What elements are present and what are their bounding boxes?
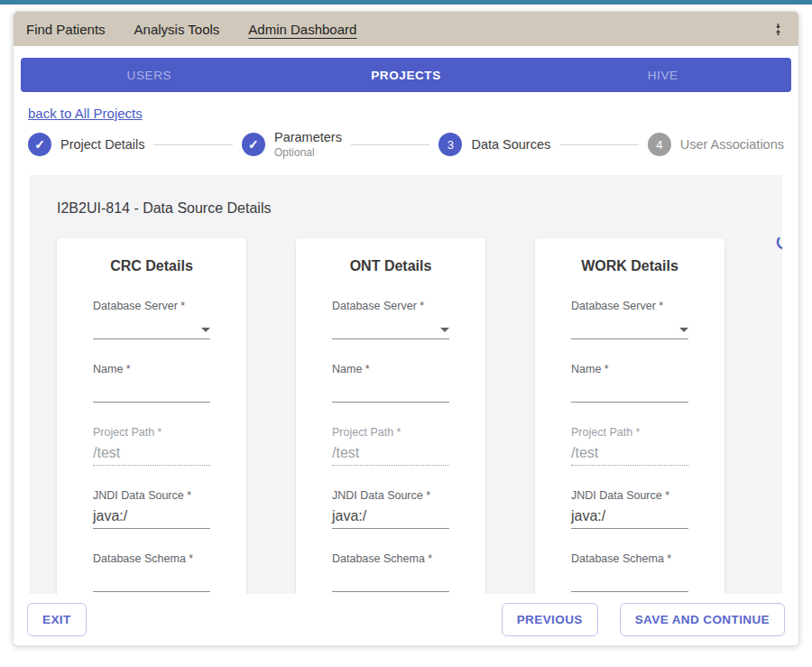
card-title: CRC Details [93, 258, 210, 274]
previous-button[interactable]: PREVIOUS [502, 603, 598, 636]
field-label: JNDI Data Source * [332, 489, 449, 502]
chevron-down-icon [201, 328, 210, 332]
step-sublabel: Optional [274, 146, 342, 159]
check-icon: ✓ [34, 138, 45, 151]
field-jndi-data-source: JNDI Data Source *java:/ [571, 489, 688, 529]
field-name: Name * [93, 363, 210, 403]
data-sources-panel: I2B2UI-814 - Data Source Details CRC Det… [30, 175, 782, 594]
step-text: ParametersOptional [274, 130, 342, 159]
nav-item-analysis-tools[interactable]: Analysis Tools [134, 22, 220, 37]
exit-button[interactable]: EXIT [27, 603, 87, 636]
tab-projects[interactable]: PROJECTS [278, 58, 535, 92]
field-label: Database Server * [571, 300, 688, 312]
field-label: JNDI Data Source * [571, 489, 688, 502]
field-label: Database Schema * [93, 552, 210, 565]
name-input[interactable] [332, 379, 449, 403]
top-accent-strip [0, 0, 812, 5]
field-database-schema: Database Schema * [332, 552, 449, 592]
refresh-icon[interactable]: ↺ [774, 231, 782, 255]
save-and-continue-button[interactable]: SAVE AND CONTINUE [620, 603, 785, 636]
field-value: /test [332, 445, 359, 461]
wizard-stepper: ✓Project Details✓ParametersOptional3Data… [28, 130, 784, 159]
card-title: WORK Details [571, 258, 688, 274]
card-ont-details: ONT DetailsDatabase Server *Name *Projec… [296, 238, 485, 594]
step-user-associations[interactable]: 4User Associations [648, 133, 784, 156]
card-crc-details: CRC DetailsDatabase Server *Name *Projec… [57, 238, 246, 594]
field-database-server: Database Server * [93, 300, 210, 339]
field-label: Project Path * [332, 426, 449, 439]
database-server-select[interactable] [93, 316, 210, 339]
tab-hive[interactable]: HIVE [534, 58, 791, 92]
details-cards-row: CRC DetailsDatabase Server *Name *Projec… [57, 238, 755, 594]
step-label: Project Details [60, 137, 144, 152]
field-project-path: Project Path */test [571, 426, 688, 466]
step-project-details[interactable]: ✓Project Details [28, 133, 144, 156]
field-value: /test [93, 445, 120, 461]
database-schema-input[interactable] [571, 569, 688, 592]
nav-item-admin-dashboard[interactable]: Admin Dashboard [248, 22, 356, 37]
card-work-details: WORK DetailsDatabase Server *Name *Proje… [535, 238, 724, 594]
field-value: java:/ [571, 508, 605, 524]
project-path-input: /test [93, 442, 210, 466]
step-text: Data Sources [471, 137, 550, 152]
footer-right-actions: PREVIOUS SAVE AND CONTINUE [502, 603, 785, 636]
step-number-circle: 3 [438, 133, 462, 156]
check-icon: ✓ [28, 133, 51, 156]
panel-title: I2B2UI-814 - Data Source Details [57, 200, 755, 217]
project-path-input: /test [571, 442, 688, 466]
jndi-data-source-input[interactable]: java:/ [332, 505, 449, 529]
field-label: Database Server * [332, 300, 449, 312]
database-server-select[interactable] [571, 316, 688, 339]
step-text: Project Details [60, 137, 144, 152]
step-connector [351, 144, 429, 145]
field-label: Name * [571, 363, 688, 375]
jndi-data-source-input[interactable]: java:/ [93, 505, 210, 529]
wizard-footer: EXIT PREVIOUS SAVE AND CONTINUE [14, 594, 798, 646]
field-label: Project Path * [93, 426, 210, 439]
database-server-select[interactable] [332, 316, 449, 339]
step-connector [153, 144, 232, 145]
check-icon: ✓ [242, 133, 265, 156]
field-database-schema: Database Schema * [93, 552, 210, 592]
field-database-server: Database Server * [571, 300, 688, 339]
field-project-path: Project Path */test [93, 426, 210, 466]
database-schema-input[interactable] [332, 569, 449, 592]
check-icon: ✓ [248, 138, 259, 151]
jndi-data-source-input[interactable]: java:/ [571, 505, 688, 529]
step-label: Data Sources [471, 137, 550, 152]
admin-tabbar: USERSPROJECTSHIVE [21, 58, 791, 92]
field-value: java:/ [93, 508, 127, 524]
tab-users[interactable]: USERS [21, 58, 278, 92]
field-value: /test [571, 445, 598, 461]
step-number-circle: 4 [648, 133, 671, 156]
field-database-schema: Database Schema * [571, 552, 688, 592]
collapse-arrows-icon[interactable] [770, 22, 786, 37]
app-window: Find PatientsAnalysis ToolsAdmin Dashboa… [13, 11, 799, 646]
step-label: User Associations [680, 137, 784, 152]
nav-item-find-patients[interactable]: Find Patients [26, 22, 106, 37]
chevron-down-icon [440, 328, 449, 332]
field-name: Name * [332, 363, 449, 403]
card-title: ONT Details [332, 258, 449, 274]
database-schema-input[interactable] [93, 569, 210, 592]
field-label: Name * [332, 363, 449, 375]
field-label: Name * [93, 363, 210, 375]
field-value: java:/ [332, 508, 366, 524]
name-input[interactable] [93, 379, 210, 403]
step-data-sources[interactable]: 3Data Sources [438, 133, 550, 156]
step-label: Parameters [274, 130, 342, 144]
field-database-server: Database Server * [332, 300, 449, 339]
project-path-input: /test [332, 442, 449, 466]
field-label: Database Server * [93, 300, 210, 312]
back-to-all-projects-link[interactable]: back to All Projects [28, 106, 143, 121]
field-jndi-data-source: JNDI Data Source *java:/ [93, 489, 210, 529]
name-input[interactable] [571, 379, 688, 403]
field-jndi-data-source: JNDI Data Source *java:/ [332, 489, 449, 529]
step-text: User Associations [680, 137, 784, 152]
field-name: Name * [571, 363, 688, 403]
field-label: Project Path * [571, 426, 688, 439]
field-label: Database Schema * [571, 552, 688, 565]
main-navbar: Find PatientsAnalysis ToolsAdmin Dashboa… [14, 12, 798, 46]
field-project-path: Project Path */test [332, 426, 449, 466]
step-parameters[interactable]: ✓ParametersOptional [242, 130, 342, 159]
